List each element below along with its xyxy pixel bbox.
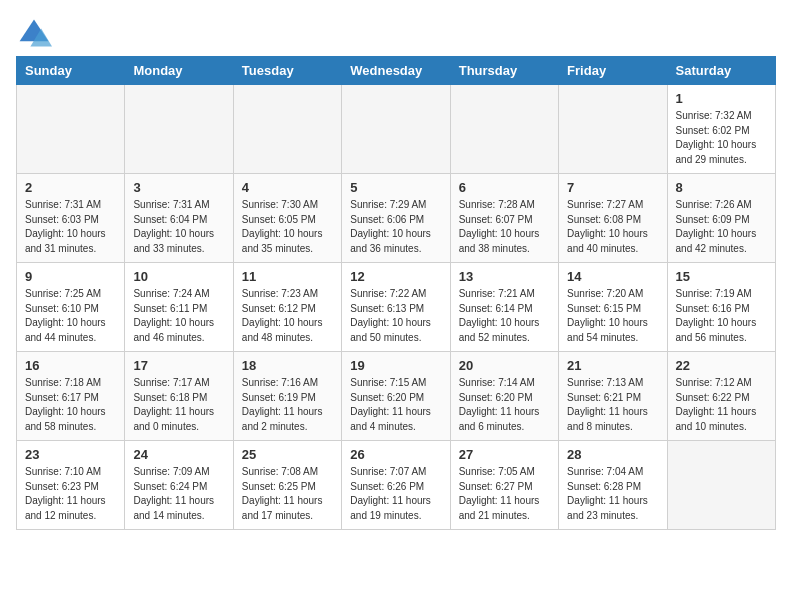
day-number: 27	[459, 447, 550, 462]
calendar-cell	[450, 85, 558, 174]
day-info: Sunrise: 7:32 AMSunset: 6:02 PMDaylight:…	[676, 109, 767, 167]
day-header-tuesday: Tuesday	[233, 57, 341, 85]
day-number: 22	[676, 358, 767, 373]
day-info: Sunrise: 7:16 AMSunset: 6:19 PMDaylight:…	[242, 376, 333, 434]
calendar-cell: 8Sunrise: 7:26 AMSunset: 6:09 PMDaylight…	[667, 174, 775, 263]
day-info: Sunrise: 7:05 AMSunset: 6:27 PMDaylight:…	[459, 465, 550, 523]
day-number: 24	[133, 447, 224, 462]
day-info: Sunrise: 7:22 AMSunset: 6:13 PMDaylight:…	[350, 287, 441, 345]
day-number: 17	[133, 358, 224, 373]
calendar-header-row: SundayMondayTuesdayWednesdayThursdayFrid…	[17, 57, 776, 85]
calendar-cell: 28Sunrise: 7:04 AMSunset: 6:28 PMDayligh…	[559, 441, 667, 530]
day-info: Sunrise: 7:08 AMSunset: 6:25 PMDaylight:…	[242, 465, 333, 523]
calendar-cell: 27Sunrise: 7:05 AMSunset: 6:27 PMDayligh…	[450, 441, 558, 530]
calendar-cell: 24Sunrise: 7:09 AMSunset: 6:24 PMDayligh…	[125, 441, 233, 530]
calendar-cell: 14Sunrise: 7:20 AMSunset: 6:15 PMDayligh…	[559, 263, 667, 352]
calendar-cell: 5Sunrise: 7:29 AMSunset: 6:06 PMDaylight…	[342, 174, 450, 263]
calendar-cell: 11Sunrise: 7:23 AMSunset: 6:12 PMDayligh…	[233, 263, 341, 352]
day-number: 11	[242, 269, 333, 284]
day-number: 20	[459, 358, 550, 373]
calendar-week-4: 23Sunrise: 7:10 AMSunset: 6:23 PMDayligh…	[17, 441, 776, 530]
calendar-cell	[233, 85, 341, 174]
day-info: Sunrise: 7:09 AMSunset: 6:24 PMDaylight:…	[133, 465, 224, 523]
day-info: Sunrise: 7:30 AMSunset: 6:05 PMDaylight:…	[242, 198, 333, 256]
calendar-cell: 23Sunrise: 7:10 AMSunset: 6:23 PMDayligh…	[17, 441, 125, 530]
day-number: 14	[567, 269, 658, 284]
day-number: 19	[350, 358, 441, 373]
day-number: 9	[25, 269, 116, 284]
day-number: 2	[25, 180, 116, 195]
calendar-cell: 13Sunrise: 7:21 AMSunset: 6:14 PMDayligh…	[450, 263, 558, 352]
day-info: Sunrise: 7:14 AMSunset: 6:20 PMDaylight:…	[459, 376, 550, 434]
day-header-saturday: Saturday	[667, 57, 775, 85]
day-number: 18	[242, 358, 333, 373]
calendar-cell: 3Sunrise: 7:31 AMSunset: 6:04 PMDaylight…	[125, 174, 233, 263]
day-number: 16	[25, 358, 116, 373]
calendar-cell: 10Sunrise: 7:24 AMSunset: 6:11 PMDayligh…	[125, 263, 233, 352]
day-info: Sunrise: 7:25 AMSunset: 6:10 PMDaylight:…	[25, 287, 116, 345]
day-info: Sunrise: 7:28 AMSunset: 6:07 PMDaylight:…	[459, 198, 550, 256]
calendar-week-0: 1Sunrise: 7:32 AMSunset: 6:02 PMDaylight…	[17, 85, 776, 174]
calendar-cell	[559, 85, 667, 174]
day-number: 23	[25, 447, 116, 462]
calendar-cell: 19Sunrise: 7:15 AMSunset: 6:20 PMDayligh…	[342, 352, 450, 441]
calendar-cell: 9Sunrise: 7:25 AMSunset: 6:10 PMDaylight…	[17, 263, 125, 352]
day-header-thursday: Thursday	[450, 57, 558, 85]
logo	[16, 16, 56, 52]
day-number: 12	[350, 269, 441, 284]
calendar-cell: 18Sunrise: 7:16 AMSunset: 6:19 PMDayligh…	[233, 352, 341, 441]
day-number: 5	[350, 180, 441, 195]
calendar-week-2: 9Sunrise: 7:25 AMSunset: 6:10 PMDaylight…	[17, 263, 776, 352]
calendar-cell: 7Sunrise: 7:27 AMSunset: 6:08 PMDaylight…	[559, 174, 667, 263]
calendar-cell: 12Sunrise: 7:22 AMSunset: 6:13 PMDayligh…	[342, 263, 450, 352]
calendar-week-1: 2Sunrise: 7:31 AMSunset: 6:03 PMDaylight…	[17, 174, 776, 263]
calendar-cell: 15Sunrise: 7:19 AMSunset: 6:16 PMDayligh…	[667, 263, 775, 352]
calendar-cell: 1Sunrise: 7:32 AMSunset: 6:02 PMDaylight…	[667, 85, 775, 174]
logo-icon	[16, 16, 52, 52]
day-number: 25	[242, 447, 333, 462]
calendar-cell	[342, 85, 450, 174]
calendar-cell: 6Sunrise: 7:28 AMSunset: 6:07 PMDaylight…	[450, 174, 558, 263]
day-number: 21	[567, 358, 658, 373]
day-number: 13	[459, 269, 550, 284]
day-info: Sunrise: 7:20 AMSunset: 6:15 PMDaylight:…	[567, 287, 658, 345]
day-info: Sunrise: 7:19 AMSunset: 6:16 PMDaylight:…	[676, 287, 767, 345]
day-info: Sunrise: 7:21 AMSunset: 6:14 PMDaylight:…	[459, 287, 550, 345]
day-info: Sunrise: 7:18 AMSunset: 6:17 PMDaylight:…	[25, 376, 116, 434]
day-info: Sunrise: 7:17 AMSunset: 6:18 PMDaylight:…	[133, 376, 224, 434]
day-header-friday: Friday	[559, 57, 667, 85]
day-info: Sunrise: 7:31 AMSunset: 6:03 PMDaylight:…	[25, 198, 116, 256]
day-number: 6	[459, 180, 550, 195]
day-info: Sunrise: 7:29 AMSunset: 6:06 PMDaylight:…	[350, 198, 441, 256]
day-info: Sunrise: 7:10 AMSunset: 6:23 PMDaylight:…	[25, 465, 116, 523]
calendar-cell: 2Sunrise: 7:31 AMSunset: 6:03 PMDaylight…	[17, 174, 125, 263]
day-number: 7	[567, 180, 658, 195]
day-info: Sunrise: 7:13 AMSunset: 6:21 PMDaylight:…	[567, 376, 658, 434]
day-info: Sunrise: 7:07 AMSunset: 6:26 PMDaylight:…	[350, 465, 441, 523]
calendar-cell: 20Sunrise: 7:14 AMSunset: 6:20 PMDayligh…	[450, 352, 558, 441]
day-number: 8	[676, 180, 767, 195]
calendar-cell: 16Sunrise: 7:18 AMSunset: 6:17 PMDayligh…	[17, 352, 125, 441]
calendar-cell: 25Sunrise: 7:08 AMSunset: 6:25 PMDayligh…	[233, 441, 341, 530]
day-header-monday: Monday	[125, 57, 233, 85]
calendar-cell: 17Sunrise: 7:17 AMSunset: 6:18 PMDayligh…	[125, 352, 233, 441]
day-number: 15	[676, 269, 767, 284]
day-number: 3	[133, 180, 224, 195]
calendar-cell: 26Sunrise: 7:07 AMSunset: 6:26 PMDayligh…	[342, 441, 450, 530]
day-header-sunday: Sunday	[17, 57, 125, 85]
day-info: Sunrise: 7:26 AMSunset: 6:09 PMDaylight:…	[676, 198, 767, 256]
page-header	[16, 16, 776, 52]
day-info: Sunrise: 7:15 AMSunset: 6:20 PMDaylight:…	[350, 376, 441, 434]
calendar-cell	[17, 85, 125, 174]
day-info: Sunrise: 7:27 AMSunset: 6:08 PMDaylight:…	[567, 198, 658, 256]
calendar-cell	[125, 85, 233, 174]
day-number: 28	[567, 447, 658, 462]
day-header-wednesday: Wednesday	[342, 57, 450, 85]
day-number: 1	[676, 91, 767, 106]
day-info: Sunrise: 7:24 AMSunset: 6:11 PMDaylight:…	[133, 287, 224, 345]
day-info: Sunrise: 7:12 AMSunset: 6:22 PMDaylight:…	[676, 376, 767, 434]
day-number: 26	[350, 447, 441, 462]
calendar-cell: 4Sunrise: 7:30 AMSunset: 6:05 PMDaylight…	[233, 174, 341, 263]
day-info: Sunrise: 7:23 AMSunset: 6:12 PMDaylight:…	[242, 287, 333, 345]
calendar-table: SundayMondayTuesdayWednesdayThursdayFrid…	[16, 56, 776, 530]
